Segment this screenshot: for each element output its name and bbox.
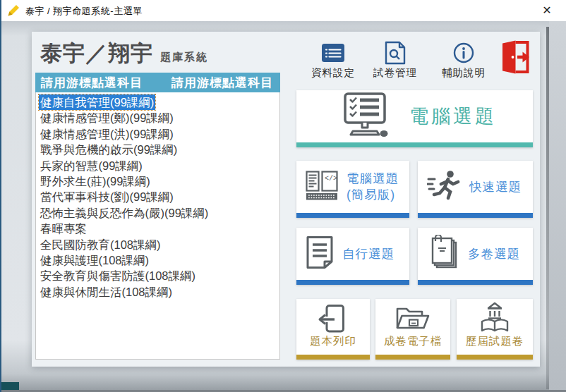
subject-item[interactable]: 健康與護理(108課綱) (36, 252, 279, 268)
button-label: 成卷電子檔 (384, 334, 442, 355)
subject-item[interactable]: 健康情感管理(洪)(99課綱) (36, 126, 279, 142)
svg-text:</>: </> (325, 175, 337, 183)
subject-listbox[interactable]: 健康自我管理(99課綱) 健康情感管理(鄭)(99課綱) 健康情感管理(洪)(9… (35, 92, 280, 360)
list-header-right: 請用游標點選科目 (171, 75, 273, 91)
exam-manage-icon (363, 42, 427, 64)
brand-logo: 泰宇／翔宇題庫系統 (40, 39, 208, 68)
monitor-checklist-icon (336, 92, 391, 140)
exit-button[interactable] (500, 39, 534, 78)
subject-item[interactable]: 全民國防教育(108課綱) (36, 237, 279, 252)
subject-item[interactable]: 戰爭與危機的啟示(99課綱) (36, 142, 279, 157)
exam-file-button[interactable]: 成卷電子檔 (375, 299, 450, 360)
list-header-left: 請用游標點選科目 (41, 75, 143, 91)
tool-data-settings[interactable]: 資料設定 (301, 42, 365, 80)
window-right-edge (549, 21, 566, 392)
close-button[interactable]: ✕ (532, 0, 562, 21)
subject-item[interactable]: 安全教育與傷害防護(108課綱) (36, 268, 279, 283)
past-exams-button[interactable]: 歷屆試題卷 (457, 299, 533, 360)
bank-book-icon (478, 296, 511, 334)
keyboard-code-icon: </> (306, 171, 338, 203)
data-settings-icon (301, 42, 365, 64)
button-label: 快速選題 (469, 179, 522, 195)
subject-item[interactable]: 春暉專案 (36, 221, 279, 236)
tool-help[interactable]: 輔助說明 (432, 42, 495, 80)
button-label: 題本列印 (310, 334, 356, 355)
tool-label: 資料設定 (301, 66, 365, 80)
window-left-border (0, 0, 1, 392)
subject-item[interactable]: 恐怖主義與反恐作為(嚴)(99課綱) (36, 205, 279, 221)
tool-label: 輔助說明 (432, 66, 495, 80)
button-label: 多卷選題 (468, 246, 520, 262)
multi-select-button[interactable]: 多卷選題 (418, 228, 533, 285)
button-label: 電腦選題 (409, 104, 497, 129)
subject-item[interactable]: 野外求生(莊)(99課綱) (36, 173, 279, 189)
title-bar: 泰宇 / 翔宇命題系統-主選單 ✕ (0, 0, 566, 21)
subject-item[interactable]: 健康自我管理(99課綱) (36, 94, 279, 110)
subject-item[interactable]: 健康與休閒生活(108課綱) (36, 284, 279, 300)
runner-icon (427, 169, 461, 204)
subject-item[interactable]: 當代軍事科技(劉)(99課綱) (36, 189, 279, 204)
stacked-documents-icon (427, 235, 459, 273)
brand-title: 泰宇／翔宇 (40, 41, 153, 66)
tool-label: 試卷管理 (363, 66, 427, 80)
main-panel: 泰宇／翔宇題庫系統 資料設定 (32, 32, 540, 367)
window-title: 泰宇 / 翔宇命題系統-主選單 (25, 5, 143, 18)
button-label: 歷屆試題卷 (466, 334, 524, 355)
export-document-icon (317, 299, 349, 334)
app-pen-icon (6, 4, 20, 18)
computer-select-button[interactable]: 電腦選題 (296, 90, 533, 147)
button-label: 電腦選題(簡易版) (347, 171, 399, 203)
help-icon (432, 42, 495, 64)
subject-item[interactable]: 兵家的智慧(99課綱) (36, 158, 279, 173)
tool-exam-management[interactable]: 試卷管理 (363, 42, 427, 80)
subject-item[interactable]: 健康情感管理(鄭)(99課綱) (36, 110, 279, 125)
document-icon (306, 235, 334, 272)
subject-list-header: 請用游標點選科目 請用游標點選科目 (35, 73, 280, 92)
computer-select-easy-button[interactable]: </> 電腦選題(簡易版) (296, 161, 409, 218)
self-select-button[interactable]: 自行選題 (296, 228, 409, 285)
brand-subtitle: 題庫系統 (160, 51, 208, 63)
button-label: 自行選題 (342, 246, 395, 262)
exit-icon (500, 39, 533, 78)
folder-disk-icon (395, 299, 430, 334)
print-book-button[interactable]: 題本列印 (296, 299, 370, 360)
quick-select-button[interactable]: 快速選題 (418, 161, 533, 218)
window-right-shadow (546, 27, 549, 389)
app-window: 泰宇 / 翔宇命題系統-主選單 ✕ 泰宇／翔宇題庫系統 (0, 0, 566, 392)
